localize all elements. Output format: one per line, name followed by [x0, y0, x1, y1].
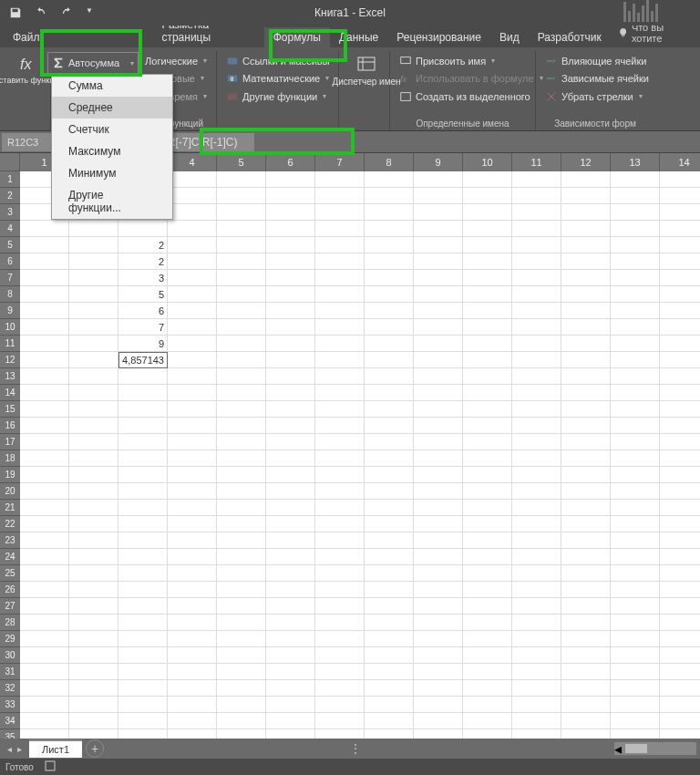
- qat-dropdown-icon[interactable]: ▼: [86, 6, 98, 19]
- menu-item-sum[interactable]: Сумма: [52, 75, 172, 97]
- cell[interactable]: [217, 631, 266, 647]
- cell[interactable]: [365, 582, 414, 598]
- cell[interactable]: [561, 368, 611, 385]
- row-header[interactable]: 24: [0, 549, 20, 565]
- cell[interactable]: [315, 253, 365, 270]
- row-header[interactable]: 19: [0, 467, 20, 483]
- cell[interactable]: [20, 565, 69, 582]
- cell[interactable]: [20, 319, 69, 336]
- cell[interactable]: [69, 237, 118, 253]
- tab-view[interactable]: Вид: [490, 27, 529, 47]
- cell[interactable]: [315, 516, 365, 532]
- cell[interactable]: [266, 697, 315, 713]
- cell[interactable]: [217, 450, 266, 467]
- row-header[interactable]: 6: [0, 253, 20, 270]
- cell[interactable]: [611, 204, 660, 221]
- cell[interactable]: [315, 401, 365, 418]
- cell[interactable]: [315, 680, 365, 697]
- cell[interactable]: [414, 270, 463, 286]
- cell[interactable]: [414, 565, 463, 582]
- row-header[interactable]: 5: [0, 237, 20, 253]
- cell[interactable]: [266, 319, 315, 336]
- row-header[interactable]: 23: [0, 532, 20, 549]
- cell[interactable]: [561, 631, 611, 647]
- row-header[interactable]: 7: [0, 270, 20, 286]
- row-header[interactable]: 12: [0, 352, 20, 368]
- cell[interactable]: [69, 549, 118, 565]
- cell[interactable]: [69, 385, 118, 401]
- cell[interactable]: 6: [118, 303, 168, 319]
- cell[interactable]: [561, 286, 611, 303]
- cell[interactable]: [414, 532, 463, 549]
- tab-options-icon[interactable]: ⋮: [350, 742, 368, 755]
- cell[interactable]: [660, 319, 700, 336]
- cell[interactable]: [365, 483, 414, 500]
- cell[interactable]: [118, 615, 168, 631]
- column-header[interactable]: 14: [660, 153, 700, 171]
- cell[interactable]: [168, 467, 217, 483]
- cell[interactable]: [118, 483, 168, 500]
- row-header[interactable]: 1: [0, 171, 20, 188]
- cell[interactable]: [20, 450, 69, 467]
- cell[interactable]: [463, 582, 512, 598]
- cell[interactable]: [463, 171, 512, 188]
- cell[interactable]: [512, 204, 561, 221]
- cell[interactable]: [118, 516, 168, 532]
- cell[interactable]: [20, 483, 69, 500]
- cell[interactable]: [266, 418, 315, 434]
- row-header[interactable]: 28: [0, 615, 20, 631]
- cell[interactable]: [168, 598, 217, 615]
- cell[interactable]: [266, 401, 315, 418]
- cell[interactable]: [69, 270, 118, 286]
- cell[interactable]: [365, 680, 414, 697]
- cell[interactable]: [611, 615, 660, 631]
- cell[interactable]: [266, 598, 315, 615]
- cell[interactable]: [561, 188, 611, 204]
- cell[interactable]: [118, 418, 168, 434]
- save-icon[interactable]: [9, 6, 22, 19]
- cell[interactable]: [512, 549, 561, 565]
- row-header[interactable]: 33: [0, 697, 20, 713]
- cell[interactable]: [266, 582, 315, 598]
- cell[interactable]: [512, 418, 561, 434]
- menu-item-max[interactable]: Максимум: [52, 140, 172, 162]
- cell[interactable]: [611, 385, 660, 401]
- cell[interactable]: [463, 401, 512, 418]
- cell[interactable]: [463, 516, 512, 532]
- cell[interactable]: [20, 532, 69, 549]
- cell[interactable]: [69, 401, 118, 418]
- cell[interactable]: [217, 188, 266, 204]
- cell[interactable]: [69, 664, 118, 680]
- cell[interactable]: [266, 664, 315, 680]
- cell[interactable]: [463, 680, 512, 697]
- cell[interactable]: [512, 303, 561, 319]
- cell[interactable]: [660, 532, 700, 549]
- cell[interactable]: [660, 221, 700, 237]
- cell[interactable]: 2: [118, 253, 168, 270]
- cell[interactable]: [20, 631, 69, 647]
- cell[interactable]: [315, 565, 365, 582]
- row-header[interactable]: 11: [0, 336, 20, 352]
- cell[interactable]: [365, 188, 414, 204]
- cell[interactable]: [365, 532, 414, 549]
- cell[interactable]: [118, 582, 168, 598]
- cell[interactable]: [611, 434, 660, 450]
- sheet-nav[interactable]: ◂▸: [0, 744, 29, 754]
- cell[interactable]: [118, 713, 168, 729]
- cell[interactable]: [315, 647, 365, 664]
- cell[interactable]: [168, 615, 217, 631]
- cell[interactable]: [69, 615, 118, 631]
- cell[interactable]: [463, 418, 512, 434]
- cell[interactable]: [414, 713, 463, 729]
- row-header[interactable]: 22: [0, 516, 20, 532]
- cell[interactable]: [69, 697, 118, 713]
- cell[interactable]: [414, 286, 463, 303]
- cell[interactable]: [512, 253, 561, 270]
- cell[interactable]: [414, 615, 463, 631]
- cell[interactable]: [168, 450, 217, 467]
- column-header[interactable]: 8: [365, 153, 414, 171]
- cell[interactable]: [463, 450, 512, 467]
- cell[interactable]: [217, 303, 266, 319]
- cell[interactable]: [660, 188, 700, 204]
- cell[interactable]: [660, 270, 700, 286]
